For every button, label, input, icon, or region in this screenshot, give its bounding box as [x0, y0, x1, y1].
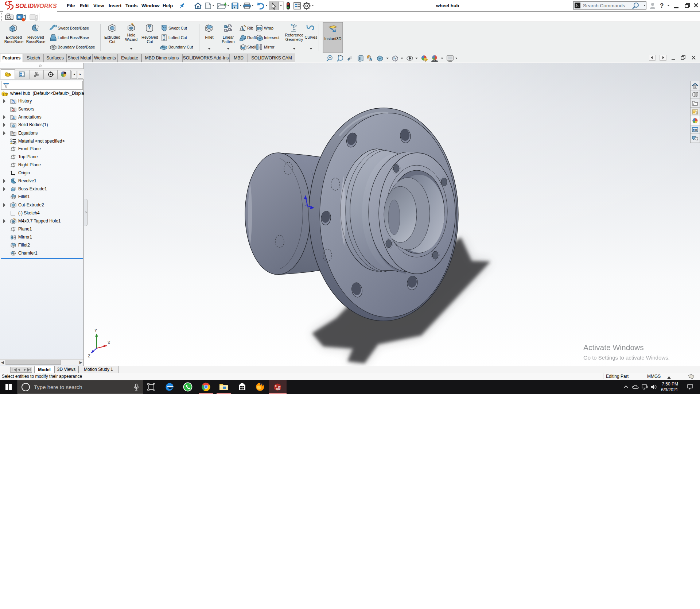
svg-text:X: X: [108, 341, 110, 345]
svg-text:Z: Z: [88, 354, 90, 358]
svg-text:A: A: [369, 57, 372, 62]
svg-text:Σ: Σ: [12, 133, 14, 136]
svg-text:Y: Y: [94, 328, 97, 333]
svg-text:?: ?: [660, 2, 664, 9]
svg-text:SOLIDWORKS: SOLIDWORKS: [15, 3, 57, 9]
svg-text:Activate Windows: Activate Windows: [583, 343, 644, 352]
svg-text:A: A: [12, 116, 15, 120]
svg-text:Go to Settings to activate Win: Go to Settings to activate Windows.: [583, 354, 670, 361]
svg-text:Search Commands: Search Commands: [583, 3, 625, 8]
svg-text:2019: 2019: [276, 388, 280, 390]
svg-text:S: S: [275, 384, 277, 387]
